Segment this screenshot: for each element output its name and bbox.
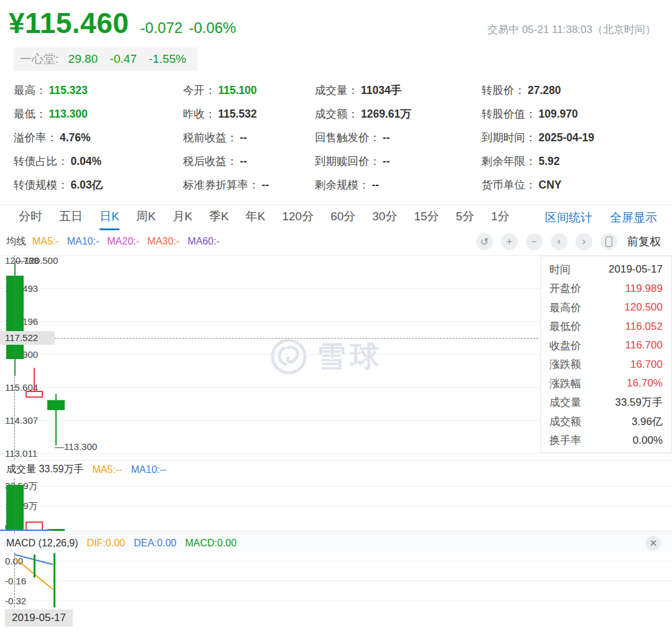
- stat-label: 转股价值：: [482, 106, 536, 121]
- tab-60分[interactable]: 60分: [330, 205, 355, 230]
- stat-label: 税后收益：: [183, 154, 238, 169]
- stat-value: 27.280: [528, 84, 561, 97]
- stat-label: 货币单位：: [482, 177, 536, 192]
- min-price-annotation: —113.300: [55, 441, 97, 452]
- tooltip-label: 涨跌额: [549, 357, 581, 372]
- quote-header: ¥115.460 -0.072-0.06% 交易中 05-21 11:38:03…: [0, 0, 672, 197]
- mobile-view-button[interactable]: [600, 233, 617, 250]
- volume-header: 成交量 33.59万手 MA5:-- MA10:--: [0, 460, 672, 479]
- macd-histogram-bar: [34, 554, 35, 578]
- macd-dif-label: DIF:0.00: [87, 538, 125, 549]
- candle-body: [6, 276, 24, 359]
- tab-周K[interactable]: 周K: [136, 205, 156, 230]
- candlestick-chart[interactable]: 雪球 时间2019-05-17开盘价119.989最高价120.500最低价11…: [0, 253, 672, 460]
- candle: [26, 368, 43, 398]
- quote-stats-grid: 最高：115.323今开：115.100成交量：11034手转股价：27.280…: [9, 78, 656, 197]
- gridline: [0, 453, 672, 454]
- candle: [47, 394, 65, 446]
- crosshair-vertical: [14, 479, 15, 533]
- stat-cell: 货币单位：CNY: [482, 173, 656, 197]
- period-tab-bar: 分时五日日K周K月K季K年K120分60分30分15分5分1分区间统计全屏显示: [0, 204, 672, 230]
- tooltip-value: 116.052: [625, 320, 663, 333]
- adjust-type-dropdown[interactable]: 前复权: [627, 234, 661, 249]
- macd-chart[interactable]: 0.00-0.16-0.32: [0, 553, 672, 607]
- tooltip-row: 收盘价116.700: [549, 336, 663, 355]
- stat-value: --: [262, 179, 269, 192]
- tooltip-row: 时间2019-05-17: [549, 260, 663, 279]
- tooltip-value: 2019-05-17: [609, 263, 663, 276]
- y-axis-label: 113.011: [5, 448, 37, 459]
- tooltip-value: 0.00%: [633, 434, 663, 447]
- tab-月K[interactable]: 月K: [172, 205, 192, 230]
- tooltip-row: 换手率0.00%: [549, 431, 663, 451]
- stat-cell: 转债占比：0.04%: [14, 149, 183, 173]
- stat-cell: 成交额：1269.61万: [315, 102, 482, 126]
- stat-value: --: [240, 155, 248, 168]
- tooltip-value: 3.96亿: [632, 414, 663, 429]
- underlying-change-pct: -1.55%: [149, 52, 186, 65]
- zoom-out-button[interactable]: －: [526, 233, 543, 250]
- tooltip-row: 成交额3.96亿: [549, 412, 663, 431]
- tab-120分[interactable]: 120分: [282, 205, 314, 230]
- plus-icon: ＋: [505, 235, 515, 248]
- stat-cell: 到期赎回价：--: [315, 149, 482, 173]
- stat-value: 113.300: [49, 108, 88, 121]
- candle-body: [47, 400, 65, 410]
- tooltip-row: 成交量33.59万手: [549, 393, 663, 413]
- stat-value: --: [372, 179, 380, 192]
- tooltip-label: 涨跌幅: [549, 376, 581, 391]
- chevron-left-icon: ‹: [558, 236, 561, 247]
- macd-close-button[interactable]: ✕: [646, 536, 661, 551]
- market-status: 交易中 05-21 11:38:03（北京时间）: [487, 22, 656, 37]
- stat-value: 109.970: [539, 108, 578, 121]
- stat-value: 1269.61万: [361, 106, 411, 121]
- macd-histogram-bar: [54, 553, 55, 607]
- tab-15分[interactable]: 15分: [414, 205, 439, 230]
- action-全屏显示[interactable]: 全屏显示: [610, 210, 657, 226]
- minus-icon: －: [530, 235, 539, 248]
- stat-label: 剩余年限：: [482, 154, 536, 169]
- ma-legend-item: MA10:-: [67, 236, 100, 246]
- stat-cell: 标准券折算率：--: [183, 173, 315, 197]
- action-区间统计[interactable]: 区间统计: [545, 210, 592, 226]
- tab-30分[interactable]: 30分: [372, 205, 397, 230]
- stat-label: 溢价率：: [14, 130, 57, 145]
- watermark-text: 雪球: [317, 337, 384, 376]
- volume-chart[interactable]: 33.59万16.79万0.00: [0, 479, 672, 533]
- tab-五日[interactable]: 五日: [59, 205, 83, 230]
- stat-value: --: [240, 131, 248, 144]
- macd-header: MACD (12,26,9) DIF:0.00 DEA:0.00 MACD:0.…: [0, 533, 672, 553]
- tooltip-row: 开盘价119.989: [549, 279, 663, 299]
- stat-label: 剩余规模：: [315, 177, 370, 192]
- underlying-stock-pill[interactable]: 一心堂: 29.80 -0.47 -1.55%: [14, 47, 197, 71]
- current-price: ¥115.460: [9, 6, 129, 40]
- pan-right-button[interactable]: ›: [576, 233, 592, 250]
- tab-季K[interactable]: 季K: [209, 205, 229, 230]
- zoom-in-button[interactable]: ＋: [501, 233, 518, 250]
- stat-cell: 到期时间：2025-04-19: [482, 126, 656, 149]
- stat-value: --: [383, 155, 390, 168]
- pan-left-button[interactable]: ‹: [551, 233, 567, 250]
- volume-baseline: [0, 531, 672, 531]
- stat-label: 成交额：: [315, 106, 358, 121]
- stat-cell: 剩余规模：--: [315, 173, 482, 197]
- stat-cell: 回售触发价：--: [315, 126, 482, 149]
- tooltip-row: 涨跌额16.700: [549, 355, 663, 375]
- tooltip-value: 116.700: [625, 339, 663, 352]
- tab-分时[interactable]: 分时: [19, 205, 42, 230]
- stat-value: CNY: [539, 179, 562, 192]
- reset-zoom-button[interactable]: ↺: [476, 233, 493, 250]
- ma-legend-item: MA60:-: [187, 236, 220, 246]
- stat-label: 最低：: [14, 106, 47, 121]
- tab-5分[interactable]: 5分: [456, 205, 475, 230]
- tab-1分[interactable]: 1分: [491, 205, 510, 230]
- tab-actions: 区间统计全屏显示: [528, 205, 657, 230]
- tab-年K[interactable]: 年K: [246, 205, 266, 230]
- max-price-annotation: —120.500: [15, 255, 58, 266]
- tab-日K[interactable]: 日K: [100, 205, 119, 230]
- stat-label: 转债规模：: [14, 177, 68, 192]
- gridline: [0, 486, 672, 487]
- tooltip-label: 最低价: [549, 319, 581, 334]
- chart-toolbar: ↺ ＋ － ‹ › 前复权: [468, 233, 661, 250]
- tooltip-label: 成交量: [549, 395, 581, 409]
